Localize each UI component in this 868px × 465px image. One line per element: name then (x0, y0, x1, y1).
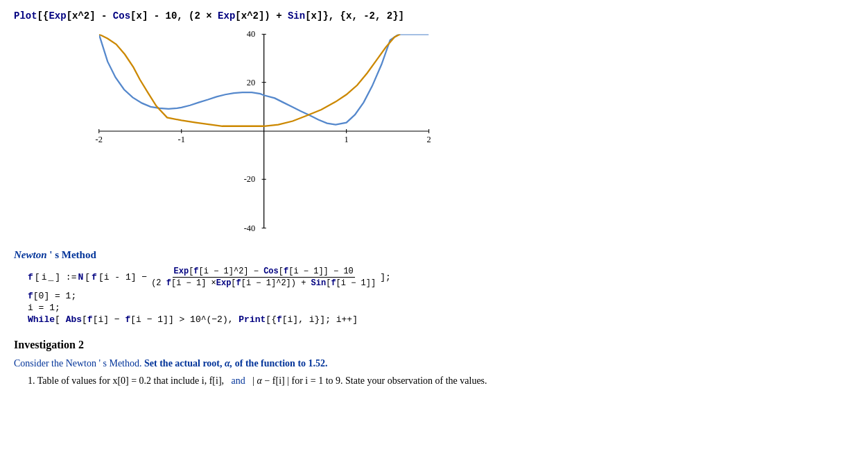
newton-text: Newton (14, 249, 47, 260)
plot-command: Plot[{Exp[x^2] - Cos[x] - 10, (2 × Exp[x… (14, 10, 854, 22)
plot-fn-name: Plot (14, 10, 37, 22)
chart-svg: -2 -1 1 2 40 20 -20 -40 (55, 27, 444, 235)
n-fn: N (78, 272, 83, 282)
newtons-method-heading: Newton ' s Method (14, 249, 854, 261)
sin-fn: Sin (288, 10, 305, 22)
x-label-2: 2 (427, 135, 431, 144)
fraction-numerator: Exp[f[i − 1]^2] − Cos[f[i − 1]] − 10 (173, 267, 355, 278)
fraction-denominator: (2 f[i − 1] ×Exp[f[i − 1]^2]) + Sin[f[i … (150, 278, 377, 288)
newton-fraction: Exp[f[i − 1]^2] − Cos[f[i − 1]] − 10 (2 … (150, 267, 377, 288)
x-label-n2: -2 (96, 135, 103, 144)
plot-chart: -2 -1 1 2 40 20 -20 -40 (55, 27, 444, 235)
i-initial: i = 1; (28, 303, 854, 313)
consider-text: Consider the Newton ' s Method. Set the … (14, 358, 854, 369)
f-var: f (28, 272, 33, 282)
while-loop: While[ Abs[f[i] − f[i − 1]] > 10^(−2), P… (28, 314, 854, 325)
x-label-1: 1 (345, 135, 349, 144)
f-initial: f[0] = 1; (28, 291, 854, 301)
cos-fn: Cos (113, 10, 130, 22)
item1-text: 1. Table of values for x[0] = 0.2 that i… (28, 373, 854, 389)
exp-fn2: Exp (218, 10, 235, 22)
y-label-n20: -20 (244, 174, 256, 184)
y-label-n40: -40 (244, 223, 256, 233)
x-label-n1: -1 (178, 135, 185, 144)
i-var: i (42, 272, 47, 282)
y-label-40: 40 (247, 29, 255, 39)
exp-fn: Exp (49, 10, 66, 22)
y-label-20: 20 (247, 78, 255, 87)
f-prev: f (92, 272, 97, 282)
f-definition: f[i_] := N[ f[i - 1] − Exp[f[i − 1]^2] −… (28, 267, 854, 288)
investigation2-heading: Investigation 2 (14, 339, 854, 351)
